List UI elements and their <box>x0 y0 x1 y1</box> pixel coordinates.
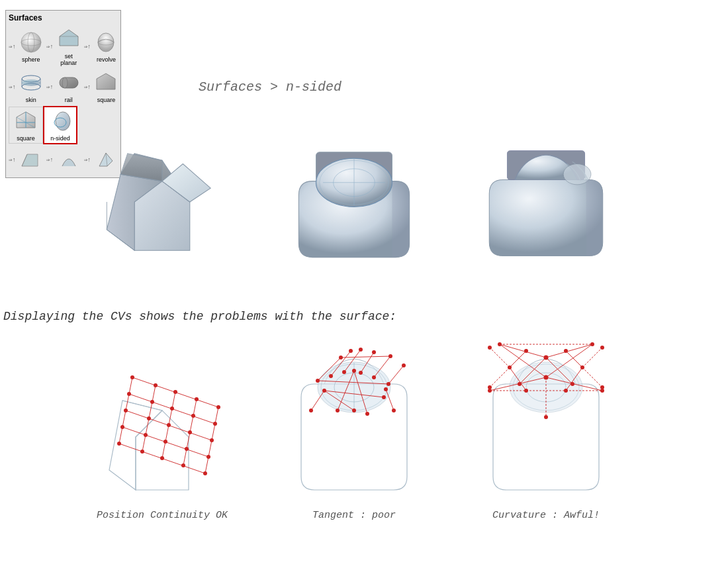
toolbar-extra2[interactable] <box>55 146 83 173</box>
toolbar-n-sided[interactable]: n-sided <box>43 106 77 144</box>
svg-point-67 <box>120 425 124 429</box>
svg-marker-3 <box>60 30 78 46</box>
svg-point-53 <box>154 383 158 387</box>
svg-point-153 <box>524 349 528 353</box>
toolbar-rail[interactable]: rail <box>55 69 83 105</box>
skin-label: skin <box>26 97 36 103</box>
svg-point-113 <box>322 389 326 393</box>
svg-point-68 <box>144 433 148 437</box>
svg-line-88 <box>341 356 390 358</box>
svg-line-125 <box>546 344 592 358</box>
toolbar-row-1: ⇒↑ sphere ⇒↑ <box>9 25 118 68</box>
svg-point-55 <box>195 397 199 401</box>
svg-point-72 <box>117 442 121 446</box>
svg-point-106 <box>402 363 406 367</box>
svg-point-64 <box>167 423 171 427</box>
svg-point-71 <box>206 455 210 459</box>
svg-point-115 <box>384 387 388 391</box>
svg-point-70 <box>185 447 189 451</box>
model-rounded <box>278 126 430 278</box>
svg-point-74 <box>160 456 164 460</box>
svg-point-11 <box>62 77 68 88</box>
svg-point-103 <box>359 348 363 352</box>
revolve-label: revolve <box>97 56 116 63</box>
section-text: Displaying the CVs shows the problems wi… <box>3 310 396 323</box>
model-smooth <box>470 126 622 278</box>
svg-point-108 <box>352 408 356 412</box>
svg-point-148 <box>564 349 568 353</box>
svg-point-140 <box>498 342 502 346</box>
svg-point-156 <box>570 382 574 386</box>
svg-point-59 <box>170 407 174 410</box>
models-row1 <box>86 126 622 278</box>
svg-point-73 <box>140 450 144 454</box>
svg-point-5 <box>98 33 114 52</box>
svg-point-56 <box>216 405 220 409</box>
svg-marker-12 <box>97 73 115 89</box>
svg-point-54 <box>173 390 177 394</box>
n-sided-label: n-sided <box>50 135 70 142</box>
svg-point-110 <box>336 408 340 412</box>
labels-row2: Position Continuity OK Tangent : poor Cu… <box>86 510 655 521</box>
svg-point-151 <box>488 385 492 389</box>
svg-point-152 <box>524 389 528 393</box>
svg-point-17 <box>56 112 70 130</box>
model-cv-curvature <box>470 341 622 493</box>
svg-point-98 <box>359 371 363 375</box>
svg-point-9 <box>22 79 40 86</box>
svg-point-141 <box>590 342 594 346</box>
svg-line-86 <box>388 365 404 384</box>
rail-label: rail <box>65 97 73 103</box>
sphere-label: sphere <box>22 56 40 63</box>
svg-point-146 <box>600 385 604 389</box>
svg-point-95 <box>316 379 320 383</box>
svg-point-63 <box>147 416 151 420</box>
svg-line-124 <box>500 344 546 358</box>
svg-line-41 <box>162 410 189 437</box>
toolbar-set-planar[interactable]: set planar <box>55 25 83 68</box>
toolbar-title: Surfaces <box>9 13 118 23</box>
label-position: Position Continuity OK <box>86 510 238 521</box>
svg-point-69 <box>163 440 167 444</box>
toolbar-revolve[interactable]: revolve <box>92 28 120 64</box>
svg-line-89 <box>311 391 324 410</box>
toolbar-square2[interactable]: square <box>9 107 43 144</box>
svg-point-58 <box>150 400 154 404</box>
svg-point-155 <box>518 382 522 386</box>
svg-line-132 <box>490 348 510 367</box>
svg-point-105 <box>388 354 392 358</box>
svg-point-0 <box>21 32 41 52</box>
svg-point-145 <box>600 346 604 350</box>
svg-point-154 <box>508 365 512 369</box>
svg-point-150 <box>488 346 492 350</box>
svg-point-114 <box>352 369 356 373</box>
svg-point-96 <box>329 374 333 378</box>
square-label: square <box>97 97 116 103</box>
toolbar-sphere[interactable]: sphere <box>17 28 45 64</box>
svg-line-40 <box>122 401 162 410</box>
svg-point-60 <box>191 414 195 418</box>
page-heading: Surfaces > n-sided <box>199 79 341 95</box>
svg-point-65 <box>188 430 192 434</box>
toolbar-row-2: ⇒↑ skin ⇒↑ <box>9 69 118 105</box>
toolbar-square[interactable]: square <box>92 69 120 105</box>
toolbar-skin[interactable]: skin <box>17 69 45 105</box>
toolbar-extra1[interactable] <box>17 146 45 173</box>
label-curvature: Curvature : Awful! <box>470 510 622 521</box>
svg-point-109 <box>382 395 386 399</box>
svg-point-100 <box>387 382 390 386</box>
set-planar-label: set planar <box>56 53 81 66</box>
svg-point-52 <box>130 375 134 379</box>
svg-point-61 <box>213 422 217 426</box>
model-cv-tangent <box>278 341 430 493</box>
svg-point-99 <box>372 375 376 379</box>
svg-point-107 <box>309 408 313 412</box>
svg-point-138 <box>544 375 549 380</box>
svg-point-57 <box>127 392 131 396</box>
svg-point-139 <box>544 356 549 360</box>
svg-point-66 <box>210 438 214 442</box>
svg-marker-19 <box>22 154 38 166</box>
svg-point-147 <box>564 389 568 393</box>
model-cv-position <box>86 341 238 493</box>
svg-point-76 <box>203 471 207 475</box>
